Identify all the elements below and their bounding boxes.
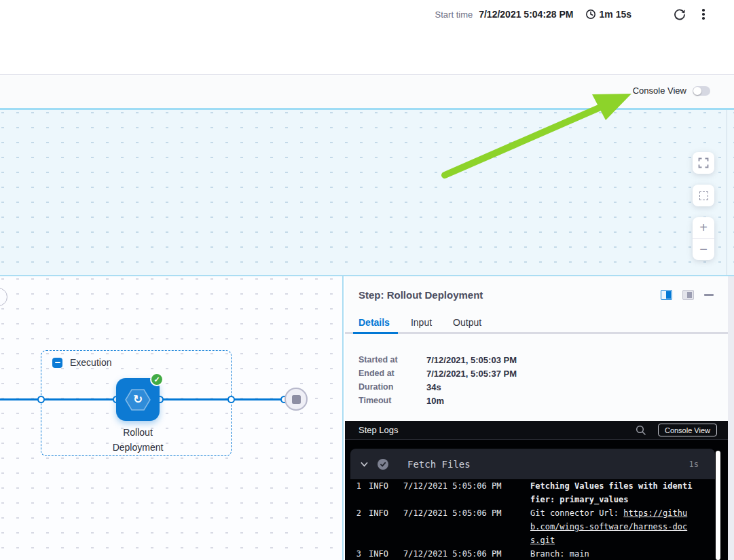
panel-tabs: Details Input Output xyxy=(359,317,502,337)
canvas-zoom-controls: + − xyxy=(693,152,714,260)
log-section-title: Fetch Files xyxy=(407,459,689,470)
zoom-in-out-group: + − xyxy=(693,217,714,260)
log-section-fetch-files[interactable]: Fetch Files 1s xyxy=(350,449,715,479)
step-logs-title: Step Logs xyxy=(359,425,399,435)
connector-dot xyxy=(227,396,235,403)
log-scrollbar-thumb[interactable] xyxy=(716,451,720,560)
console-view-toggle-group: Console View xyxy=(633,86,710,96)
execution-group-label: Execution xyxy=(70,357,111,368)
step-logs-body: Fetch Files 1s 1 INFO 7/12/2021 5:05:06 … xyxy=(345,440,728,560)
start-time-value: 7/12/2021 5:04:28 PM xyxy=(479,9,573,20)
clock-icon xyxy=(585,9,596,20)
detail-row: Ended at 7/12/2021, 5:05:37 PM xyxy=(359,367,517,380)
log-line: 3 INFO 7/12/2021 5:05:06 PM Branch: main xyxy=(345,547,728,560)
tab-input[interactable]: Input xyxy=(411,317,432,337)
execution-group-header: Execution xyxy=(52,357,111,368)
tab-details[interactable]: Details xyxy=(359,317,390,337)
elapsed-value: 1m 15s xyxy=(600,9,631,20)
zoom-out-button[interactable]: − xyxy=(693,239,714,261)
detail-row: Started at 7/12/2021, 5:05:03 PM xyxy=(359,353,517,367)
console-view-label: Console View xyxy=(633,86,686,96)
panel-scrollbar-track[interactable] xyxy=(728,276,734,560)
success-badge-icon: ✓ xyxy=(150,373,164,386)
collapse-group-icon[interactable] xyxy=(52,358,62,368)
rollout-deployment-node[interactable]: ↻ ✓ xyxy=(116,378,160,421)
search-logs-icon[interactable] xyxy=(634,424,648,437)
panel-layout-right-icon[interactable] xyxy=(661,290,672,300)
active-tab-underline xyxy=(353,332,398,334)
node-label: Rollout Deployment xyxy=(97,425,179,455)
section-success-icon xyxy=(378,459,388,470)
console-view-button[interactable]: Console View xyxy=(658,424,717,436)
log-line: 2 INFO 7/12/2021 5:05:06 PM Git connecto… xyxy=(345,506,728,547)
more-options-button[interactable] xyxy=(699,7,708,21)
panel-layout-bottom-icon[interactable] xyxy=(682,290,694,300)
execution-graph-canvas[interactable]: Execution ↻ ✓ Rollout Deployment xyxy=(0,276,344,560)
panel-window-controls xyxy=(661,290,714,300)
panel-title: Step: Rollout Deployment xyxy=(359,289,483,301)
connector-dot xyxy=(37,396,45,403)
view-toolbar: Console View xyxy=(0,75,734,110)
log-section-duration: 1s xyxy=(689,460,699,469)
fit-square-icon xyxy=(699,191,708,200)
zoom-in-button[interactable]: + xyxy=(693,217,714,239)
rollout-step-icon: ↻ xyxy=(125,388,151,411)
elapsed-time: 1m 15s xyxy=(585,9,631,20)
log-line: 1 INFO 7/12/2021 5:05:06 PM Fetching Val… xyxy=(345,479,728,506)
stop-icon xyxy=(292,395,301,404)
execution-header: Start time 7/12/2021 5:04:28 PM 1m 15s xyxy=(0,0,734,75)
stop-node[interactable] xyxy=(285,388,308,411)
step-logs-header: Step Logs Console View xyxy=(345,421,728,440)
offscreen-node xyxy=(0,288,7,306)
tab-underline-track xyxy=(345,332,734,334)
fullscreen-button[interactable] xyxy=(693,152,714,174)
detail-row: Timeout 10m xyxy=(359,394,517,407)
minimize-panel-button[interactable] xyxy=(704,294,714,296)
console-view-toggle[interactable] xyxy=(693,86,710,96)
log-lines: 1 INFO 7/12/2021 5:05:06 PM Fetching Val… xyxy=(345,479,728,560)
tab-output[interactable]: Output xyxy=(453,317,481,337)
step-logs-panel: Step Logs Console View Fetch Files 1s 1 xyxy=(345,421,728,560)
refresh-button[interactable] xyxy=(672,7,687,22)
fit-to-selection-button[interactable] xyxy=(693,185,714,206)
step-details-panel: Step: Rollout Deployment Details Input O… xyxy=(345,276,734,560)
execution-meta: Start time 7/12/2021 5:04:28 PM 1m 15s xyxy=(435,5,708,23)
canvas-edge-divider xyxy=(727,110,727,275)
start-time-label: Start time xyxy=(435,10,473,20)
step-detail-list: Started at 7/12/2021, 5:05:03 PM Ended a… xyxy=(359,353,517,407)
stage-graph-canvas[interactable]: + − xyxy=(0,110,734,276)
detail-row: Duration 34s xyxy=(359,380,517,394)
chevron-down-icon[interactable] xyxy=(360,460,369,468)
toggle-knob xyxy=(693,87,701,95)
